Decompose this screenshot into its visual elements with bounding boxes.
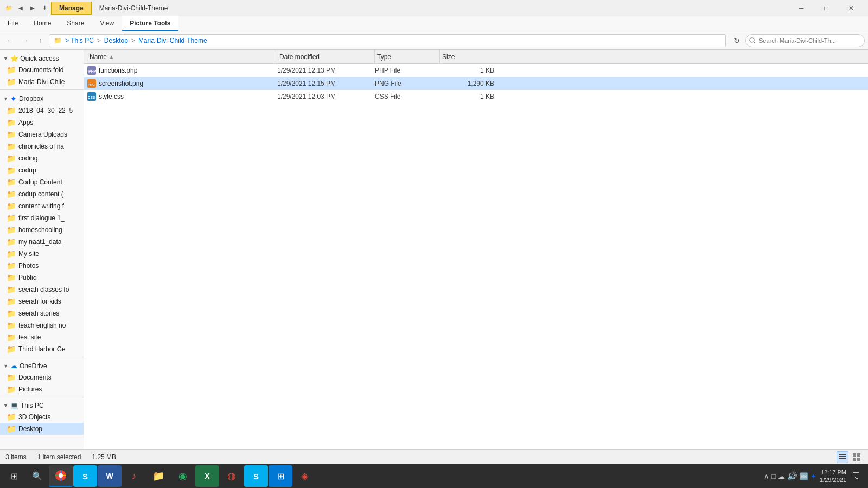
taskbar-app-word[interactable]: W <box>98 465 122 487</box>
sidebar-item-my-naat[interactable]: 📁 my naat1_data <box>0 236 84 248</box>
maximize-button[interactable]: □ <box>814 0 839 16</box>
folder-icon: 📁 <box>7 285 16 294</box>
quick-access-toolbar: 📁 ◀ ▶ ⬇ <box>4 4 49 12</box>
table-row[interactable]: PHP functions.php 1/29/2021 12:13 PM PHP… <box>84 64 868 77</box>
taskbar-app-green[interactable]: ◉ <box>171 465 195 487</box>
tab-picture-tools[interactable]: Picture Tools <box>122 16 178 31</box>
properties-icon-small: ⬇ <box>40 4 49 12</box>
svg-text:CSS: CSS <box>88 95 95 99</box>
search-button[interactable]: 🔍 <box>26 465 48 487</box>
sidebar-item-onedrive-documents[interactable]: 📁 Documents <box>0 371 84 383</box>
forward-button[interactable]: → <box>18 34 31 47</box>
tab-share[interactable]: Share <box>59 16 92 31</box>
sidebar-item-camera-uploads[interactable]: 📁 Camera Uploads <box>0 129 84 140</box>
tab-file[interactable]: File <box>0 16 26 31</box>
sidebar-item-first-dialogue[interactable]: 📁 first dialogue 1_ <box>0 212 84 224</box>
file-list-header: Name ▲ Date modified Type Size <box>84 50 868 64</box>
minimize-button[interactable]: ─ <box>789 0 814 16</box>
table-row[interactable]: CSS style.css 1/29/2021 12:03 PM CSS Fil… <box>84 90 868 103</box>
folder-3d-icon: 📁 <box>7 413 16 421</box>
sidebar-item-desktop[interactable]: 📁 Desktop <box>0 423 84 435</box>
forward-icon-small: ▶ <box>28 4 37 12</box>
sidebar-item-codup[interactable]: 📁 codup <box>0 164 84 176</box>
sidebar-item-3d-objects[interactable]: 📁 3D Objects <box>0 411 84 423</box>
path-desktop[interactable]: Desktop <box>104 37 128 44</box>
file-area: Name ▲ Date modified Type Size <box>84 50 868 449</box>
up-button[interactable]: ↑ <box>34 34 47 47</box>
onedrive-label: OneDrive <box>20 362 47 370</box>
taskbar-clock[interactable]: 12:17 PM 1/29/2021 <box>820 468 846 484</box>
sidebar-section-onedrive[interactable]: ▼ ☁ OneDrive <box>0 359 84 371</box>
address-path[interactable]: 📁 > This PC > Desktop > Maria-Divi-Child… <box>49 34 726 47</box>
notification-icon[interactable]: 🗨 <box>852 471 860 481</box>
folder-icon: 📁 <box>7 309 16 318</box>
sidebar-item-label: Public <box>18 274 36 281</box>
sidebar-item-documents-fold[interactable]: 📁 Documents fold <box>0 64 84 76</box>
sidebar-item-homeschooling[interactable]: 📁 homeschooling <box>0 224 84 236</box>
col-header-date[interactable]: Date modified <box>277 50 375 63</box>
sidebar-item-maria-divi-child[interactable]: 📁 Maria-Divi-Chile <box>0 76 84 88</box>
manage-tab[interactable]: Manage <box>51 2 92 15</box>
sidebar-section-this-pc[interactable]: ▼ 💻 This PC <box>0 399 84 411</box>
start-button[interactable]: ⊞ <box>3 465 25 487</box>
sidebar-item-chronicles[interactable]: 📁 chronicles of na <box>0 140 84 152</box>
large-icons-view-button[interactable] <box>851 451 863 463</box>
search-input[interactable] <box>745 34 865 47</box>
back-icon-small: ◀ <box>16 4 25 12</box>
sidebar-item-codup-content[interactable]: 📁 Codup Content <box>0 176 84 188</box>
sidebar-item-public[interactable]: 📁 Public <box>0 272 84 284</box>
sidebar-item-test-site[interactable]: 📁 test site <box>0 331 84 343</box>
taskbar-app-files[interactable]: 📁 <box>146 465 170 487</box>
tab-view[interactable]: View <box>92 16 122 31</box>
tray-keyboard-icon[interactable]: 🔤 <box>800 472 808 480</box>
sidebar-item-label: seerah for kids <box>18 298 61 305</box>
tray-icons: ∧ □ ☁ 🔊 🔤 ✦ <box>764 471 816 481</box>
quick-access-label: ⭐ Quick access <box>10 55 59 62</box>
details-view-button[interactable] <box>837 451 848 463</box>
file-type-cell: PHP File <box>375 67 440 74</box>
table-row[interactable]: PNG screenshot.png 1/29/2021 12:15 PM PN… <box>84 77 868 90</box>
this-pc-icon: 💻 <box>10 402 18 409</box>
taskbar-app-skype2[interactable]: S <box>244 465 268 487</box>
tray-chevron-icon[interactable]: ∧ <box>764 472 769 480</box>
tray-cloud-icon[interactable]: ☁ <box>778 472 785 480</box>
tray-screen-icon[interactable]: □ <box>771 472 776 480</box>
tray-dropbox-icon[interactable]: ✦ <box>810 472 816 480</box>
sidebar-item-my-site[interactable]: 📁 My site <box>0 248 84 260</box>
sidebar-item-2018[interactable]: 📁 2018_04_30_22_5 <box>0 105 84 117</box>
taskbar-app-skype[interactable]: S <box>73 465 97 487</box>
taskbar-app-chrome[interactable] <box>49 465 73 487</box>
sidebar-item-label: codup content ( <box>18 190 63 198</box>
sidebar-item-seerah-kids[interactable]: 📁 seerah for kids <box>0 296 84 307</box>
path-this-pc[interactable]: > This PC <box>65 37 94 44</box>
folder-icon: 📁 <box>7 297 16 306</box>
sidebar-item-content-writing[interactable]: 📁 content writing f <box>0 200 84 212</box>
refresh-button[interactable]: ↻ <box>730 34 743 47</box>
sidebar-item-onedrive-pictures[interactable]: 📁 Pictures <box>0 383 84 395</box>
col-header-name[interactable]: Name ▲ <box>87 50 277 63</box>
sidebar-item-teach-english[interactable]: 📁 teach english no <box>0 319 84 331</box>
sidebar-item-apps[interactable]: 📁 Apps <box>0 117 84 129</box>
tab-home[interactable]: Home <box>26 16 59 31</box>
col-header-type[interactable]: Type <box>375 50 440 63</box>
close-button[interactable]: ✕ <box>839 0 864 16</box>
sidebar-item-third-harbor[interactable]: 📁 Third Harbor Ge <box>0 343 84 355</box>
sidebar-item-coding[interactable]: 📁 coding <box>0 152 84 164</box>
taskbar-app-music[interactable]: ♪ <box>122 465 146 487</box>
taskbar-app-excel[interactable]: X <box>195 465 219 487</box>
sidebar-section-dropbox[interactable]: ▼ ✦ Dropbox <box>0 92 84 105</box>
taskbar-app-red2[interactable]: ◈ <box>293 465 317 487</box>
sidebar-item-seerah-stories[interactable]: 📁 seerah stories <box>0 307 84 319</box>
taskbar-app-red[interactable]: ◍ <box>220 465 244 487</box>
sidebar-item-label: Pictures <box>18 386 42 393</box>
sidebar-item-seerah-classes[interactable]: 📁 seerah classes fo <box>0 284 84 296</box>
sidebar-section-quick-access[interactable]: ▼ ⭐ Quick access <box>0 52 84 64</box>
tray-volume-icon[interactable]: 🔊 <box>787 471 797 481</box>
dropbox-label: Dropbox <box>19 95 43 102</box>
taskbar-app-tiles[interactable]: ⊞ <box>269 465 292 487</box>
path-current-folder[interactable]: Maria-Divi-Child-Theme <box>138 37 207 44</box>
col-header-size[interactable]: Size <box>440 50 494 63</box>
sidebar-item-codup-content2[interactable]: 📁 codup content ( <box>0 188 84 200</box>
sidebar-item-photos[interactable]: 📁 Photos <box>0 260 84 272</box>
back-button[interactable]: ← <box>3 34 16 47</box>
